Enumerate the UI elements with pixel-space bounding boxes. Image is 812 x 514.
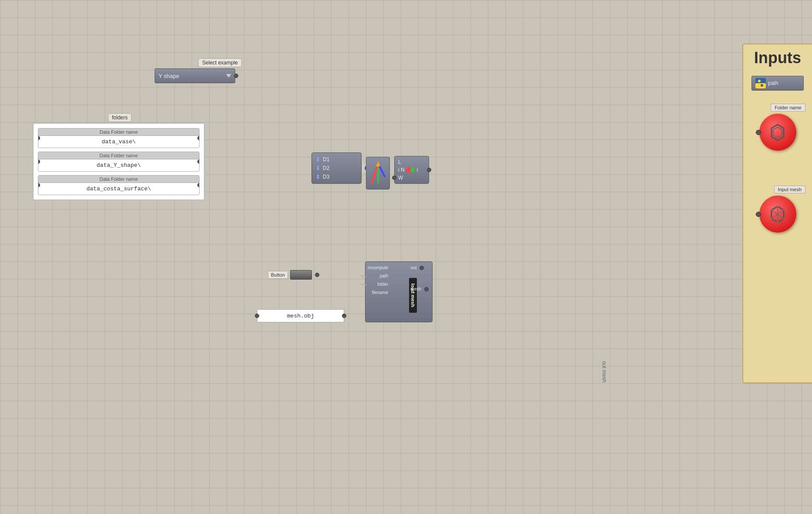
dropdown-arrow-icon [226, 74, 231, 78]
dropdown-right-connector [234, 74, 238, 78]
svg-rect-7 [755, 83, 766, 88]
merge-output-connector [427, 168, 431, 172]
svg-rect-5 [411, 167, 415, 172]
lm-mesh-row: mesh [411, 287, 427, 291]
svg-point-9 [761, 84, 763, 87]
mesh-input-right-connector [342, 314, 346, 318]
mesh-circle-connector [756, 212, 761, 217]
merge-l-label: L [398, 159, 401, 165]
arrow-icon [369, 161, 387, 185]
mesh-input-left-connector [255, 314, 259, 318]
folder-red-circle[interactable] [759, 114, 796, 151]
button-toggle[interactable] [290, 270, 312, 280]
lm-folder-row: folder [368, 282, 388, 287]
select-example-label: Select example [198, 58, 242, 67]
inputs-title: Inputs [754, 49, 801, 67]
folder-3-header: Data Folder name [38, 176, 199, 183]
svg-rect-4 [406, 167, 410, 172]
lm-mesh-label: mesh [411, 287, 421, 291]
folder-1-header: Data Folder name [38, 128, 199, 136]
arrow-icon-node[interactable] [366, 157, 390, 189]
svg-marker-3 [376, 161, 380, 166]
lm-recompute-row: recompute [368, 265, 388, 270]
svg-point-18 [783, 218, 785, 220]
dropdown-value: Y shape [159, 73, 179, 79]
wave-icon-1 [361, 274, 367, 278]
dispatch-arrow-3: ⬇ [315, 173, 321, 180]
lm-out-label: out [411, 265, 417, 270]
merge-i-label: i N [398, 167, 405, 173]
svg-point-21 [771, 209, 772, 211]
merge-row-i: i N i [398, 167, 425, 173]
folder-name-label: Folder name [771, 104, 805, 112]
dispatch-row-2: ⬇ D2 [315, 164, 358, 172]
folder-3-value: data_costa_surface\ [38, 183, 199, 195]
dispatch-arrow-2: ⬇ [315, 165, 321, 172]
svg-point-20 [771, 218, 772, 220]
merge-row-w: W [398, 175, 425, 181]
folder-hex-icon [769, 124, 786, 141]
mesh-hex-icon [769, 206, 786, 223]
inputs-panel: Inputs path Folder name Input mesh [742, 44, 812, 383]
lm-mesh-connector [424, 287, 429, 291]
folder-item-3[interactable]: Data Folder name data_costa_surface\ [38, 175, 200, 195]
dispatch-d1-label: D1 [323, 156, 329, 162]
folder-2-header: Data Folder name [38, 152, 199, 159]
mesh-input[interactable]: mesh.obj [257, 309, 344, 322]
folder-item-1[interactable]: Data Folder name data_vase\ [38, 128, 200, 148]
select-example-dropdown[interactable]: Y shape [155, 68, 235, 83]
button-right-connector [315, 273, 319, 277]
folder-circle-connector [756, 130, 761, 135]
folder-item-2[interactable]: Data Folder name data_Y_shape\ [38, 152, 200, 172]
folder-3-right-connector [197, 183, 200, 187]
color-squares-icon [406, 167, 415, 172]
wave-icon-2 [361, 282, 367, 287]
dispatch-row-1: ⬇ D1 [315, 155, 358, 164]
lm-filename-row: filename [368, 290, 388, 295]
lm-filename-label: filename [372, 290, 388, 295]
path-node[interactable]: path [751, 76, 804, 91]
out-mesh-label: out mesh [601, 361, 607, 382]
folder-2-value: data_Y_shape\ [38, 159, 199, 171]
path-label: path [768, 80, 778, 86]
merge-w-label: W [398, 175, 403, 181]
lm-recompute-label: recompute [368, 265, 388, 270]
merge-node[interactable]: L i N i W [394, 156, 429, 184]
svg-marker-11 [773, 127, 782, 138]
folders-container: Data Folder name data_vase\ Data Folder … [33, 123, 205, 200]
folder-1-right-connector [197, 136, 200, 140]
mesh-input-value: mesh.obj [287, 313, 314, 319]
lm-path-row: path [368, 274, 388, 278]
lm-folder-label: folder [377, 282, 388, 287]
load-mesh-outputs: out mesh [411, 265, 427, 291]
dispatch-d3-label: D3 [323, 174, 329, 180]
dispatch-arrow-1: ⬇ [315, 156, 321, 163]
input-mesh-label: Input mesh [774, 186, 805, 193]
dispatch-node[interactable]: ⬇ D1 ⬇ D2 ⬇ D3 R [311, 152, 362, 184]
lm-path-label: path [380, 274, 388, 278]
merge-row-l: L [398, 159, 425, 165]
svg-point-19 [777, 221, 778, 223]
load-mesh-node[interactable]: load mesh recompute path folder filename… [365, 261, 433, 322]
svg-point-16 [777, 206, 778, 207]
dispatch-d2-label: D2 [323, 165, 329, 171]
python-icon [755, 78, 766, 88]
svg-point-17 [783, 209, 785, 211]
mesh-red-circle[interactable] [759, 196, 796, 233]
button-label: Button [268, 271, 288, 279]
folder-2-right-connector [197, 159, 200, 164]
dispatch-row-3: ⬇ D3 [315, 172, 358, 181]
folders-label: folders [108, 113, 132, 122]
canvas-background [0, 0, 812, 514]
lm-out-row: out [411, 265, 427, 270]
merge-i-out-label: i [417, 167, 418, 173]
svg-point-8 [758, 80, 761, 82]
button-node[interactable]: Button [268, 270, 318, 280]
lm-out-connector [420, 266, 424, 270]
load-mesh-inputs: recompute path folder filename [368, 265, 388, 295]
folder-1-value: data_vase\ [38, 136, 199, 148]
merge-w-connector [392, 176, 396, 180]
